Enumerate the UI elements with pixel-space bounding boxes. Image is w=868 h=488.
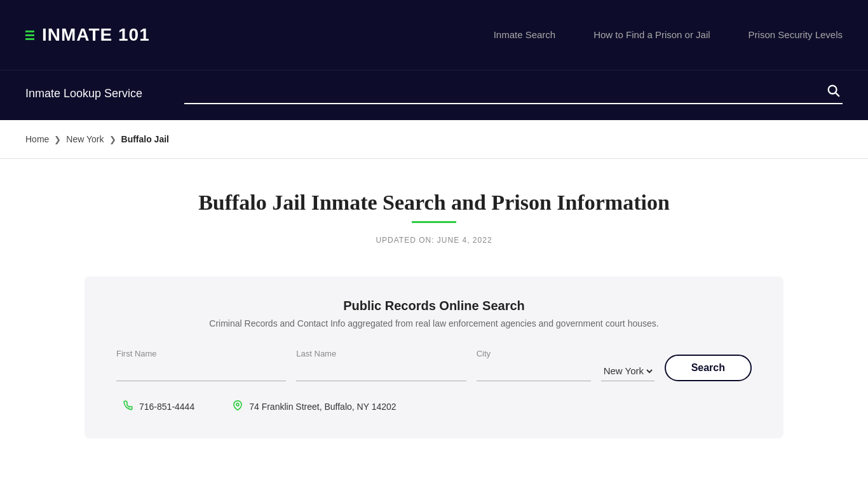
first-name-field: First Name (116, 349, 286, 381)
address-text: 74 Franklin Street, Buffalo, NY 14202 (249, 402, 396, 412)
nav-link-security-levels[interactable]: Prison Security Levels (749, 29, 843, 40)
svg-line-1 (836, 93, 839, 96)
breadcrumb: Home ❯ New York ❯ Buffalo Jail (25, 134, 843, 144)
search-icon-button[interactable] (824, 83, 843, 100)
logo-icon (25, 30, 34, 40)
first-name-input[interactable] (116, 362, 286, 381)
top-navigation: INMATE 101 Inmate Search How to Find a P… (0, 0, 868, 70)
last-name-field: Last Name (296, 349, 466, 381)
state-field: New York California Texas Florida (601, 348, 654, 381)
nav-link-find-prison[interactable]: How to Find a Prison or Jail (593, 29, 710, 40)
search-input-wrap[interactable] (184, 83, 843, 104)
records-card-title: Public Records Online Search (116, 299, 752, 313)
first-name-label: First Name (116, 349, 286, 358)
title-underline (412, 221, 456, 223)
logo-text: INMATE 101 (42, 25, 150, 45)
location-icon (233, 400, 243, 413)
last-name-label: Last Name (296, 349, 466, 358)
phone-number: 716-851-4444 (139, 402, 194, 412)
records-search-form: First Name Last Name City New York Calif… (116, 348, 752, 381)
nav-item-inmate-search[interactable]: Inmate Search (494, 29, 556, 41)
last-name-input[interactable] (296, 362, 466, 381)
logo[interactable]: INMATE 101 (25, 25, 150, 45)
main-content: Buffalo Jail Inmate Search and Prison In… (0, 159, 868, 464)
records-card: Public Records Online Search Criminal Re… (85, 276, 783, 438)
contact-info-row: 716-851-4444 74 Franklin Street, Buffalo… (116, 400, 752, 413)
breadcrumb-chevron-2: ❯ (109, 135, 116, 144)
state-select[interactable]: New York California Texas Florida (601, 361, 654, 381)
search-button[interactable]: Search (665, 355, 752, 381)
breadcrumb-home[interactable]: Home (25, 134, 49, 144)
records-card-subtitle: Criminal Records and Contact Info aggreg… (116, 318, 752, 329)
breadcrumb-current: Buffalo Jail (121, 134, 169, 144)
search-section: Inmate Lookup Service (0, 70, 868, 120)
search-input[interactable] (184, 86, 824, 98)
page-title: Buffalo Jail Inmate Search and Prison In… (25, 191, 843, 215)
breadcrumb-state[interactable]: New York (66, 134, 104, 144)
phone-info: 716-851-4444 (123, 400, 194, 413)
city-field: City (477, 349, 591, 381)
city-input[interactable] (477, 362, 591, 381)
nav-item-find-prison[interactable]: How to Find a Prison or Jail (593, 29, 710, 41)
nav-item-security-levels[interactable]: Prison Security Levels (749, 29, 843, 41)
search-icon (826, 83, 840, 97)
nav-links: Inmate Search How to Find a Prison or Ja… (494, 29, 843, 41)
breadcrumb-chevron-1: ❯ (54, 135, 61, 144)
address-info: 74 Franklin Street, Buffalo, NY 14202 (233, 400, 396, 413)
state-label (601, 348, 654, 357)
search-section-label: Inmate Lookup Service (25, 87, 165, 100)
updated-date: UPDATED ON: JUNE 4, 2022 (25, 236, 843, 245)
breadcrumb-section: Home ❯ New York ❯ Buffalo Jail (0, 120, 868, 159)
city-label: City (477, 349, 591, 358)
phone-icon (123, 400, 133, 413)
nav-link-inmate-search[interactable]: Inmate Search (494, 29, 556, 40)
svg-point-2 (236, 403, 239, 406)
